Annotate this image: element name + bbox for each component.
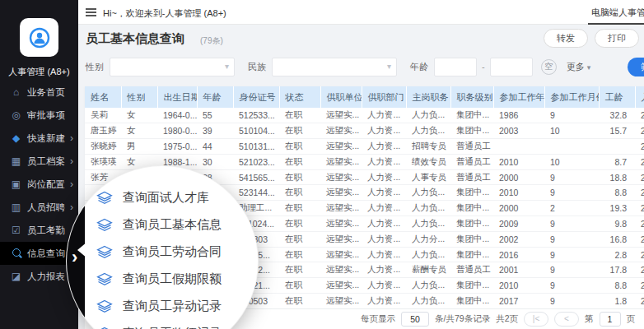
table-cell: 人力资... — [362, 154, 406, 169]
table-row[interactable]: 吴莉女1964-0...55512533...在职远望实...人力资...人力负… — [85, 108, 644, 123]
title-row: 员工基本信息查询 (79条) 转发 打印 — [78, 25, 644, 51]
table-row[interactable]: 唐玉婷女1980-0...39510104...在职远望实...人力资...人力… — [85, 123, 644, 139]
popup-menu-item[interactable]: 查询员工假期限额 — [96, 266, 222, 293]
ethnicity-select[interactable]: ▾ — [272, 58, 397, 76]
table-cell: 2.8 — [599, 247, 635, 262]
sidebar-item-attendance[interactable]: ☑员工考勤 — [0, 219, 78, 242]
prev-page-button[interactable]: < — [554, 312, 579, 327]
filter-submit-button[interactable]: 筛选 — [628, 58, 644, 76]
title-actions: 转发 打印 — [544, 29, 639, 48]
table-cell: 人力资... — [362, 123, 406, 139]
sidebar: 人事管理 (A8+) ⌂业务首页◎审批事项◆快速新建›▦员工档案›▣岗位配置›▥… — [0, 0, 78, 329]
gender-label: 性别 — [86, 61, 104, 73]
table-cell: 9 — [544, 108, 599, 123]
table-cell: 2 — [635, 216, 644, 232]
sidebar-item-home[interactable]: ⌂业务首页 — [0, 81, 78, 104]
table-cell: 人力资... — [362, 169, 406, 185]
column-header: 参加工作年度 — [493, 86, 544, 108]
popup-item-label: 查询员工劳动合同 — [123, 244, 222, 260]
table-cell: 人力资... — [362, 216, 406, 232]
table-cell: 2003 — [493, 123, 544, 139]
table-cell: 44 — [197, 139, 233, 155]
sidebar-item-position-config[interactable]: ▣岗位配置› — [0, 173, 78, 196]
chevron-right-icon: › — [70, 178, 73, 190]
table-cell: 18.8 — [599, 169, 635, 185]
table-cell: 吴莉 — [85, 108, 121, 123]
layers-icon — [96, 326, 113, 329]
hr-report-icon: ◪ — [10, 271, 22, 282]
table-cell: 30 — [197, 154, 233, 169]
total-pages-label: 共2页 — [496, 313, 518, 325]
table-cell: 2017 — [493, 294, 544, 308]
table-cell: 人力资... — [362, 278, 406, 294]
column-header: 工龄 — [599, 86, 635, 108]
empty-filter-toggle[interactable]: 空 — [541, 59, 557, 75]
popup-arrow — [77, 242, 87, 258]
forward-button[interactable]: 转发 — [544, 29, 588, 48]
table-cell: 人力资... — [362, 247, 406, 262]
gender-select[interactable]: ▾ — [110, 58, 235, 76]
records-total-label: 条/共79条记录 — [435, 313, 490, 325]
table-cell: 集团中... — [450, 123, 493, 139]
column-header: 职务级别 — [450, 86, 493, 108]
query-popup-menu: 查询面试人才库查询员工基本信息查询员工劳动合同查询员工假期限额查询员工异动记录查… — [96, 184, 222, 329]
popup-menu-item[interactable]: 查询员工奖惩记录 — [96, 320, 222, 329]
more-filters-button[interactable]: 更多 ▾ — [567, 61, 591, 73]
age-min-input[interactable] — [434, 58, 477, 76]
table-cell: 远望实... — [320, 185, 362, 201]
table-cell: 在职 — [279, 294, 320, 308]
table-cell: 32.8 — [599, 108, 635, 123]
layers-icon — [96, 217, 113, 234]
age-separator: - — [482, 62, 485, 72]
table-cell: 512533... — [233, 108, 279, 123]
table-cell: 9 — [544, 216, 599, 232]
tab-pc-hr[interactable]: 电脑端人事管 — [588, 0, 644, 25]
chevron-down-icon: ▾ — [587, 63, 591, 72]
hamburger-menu-icon[interactable] — [86, 8, 96, 18]
table-cell: 2 — [635, 185, 644, 201]
column-header: 年龄 — [197, 86, 233, 108]
table-cell: 9 — [544, 247, 599, 262]
table-cell: 15.7 — [599, 123, 635, 139]
user-logo-icon — [27, 25, 52, 50]
popup-item-label: 查询面试人才库 — [123, 190, 209, 206]
popup-menu-item[interactable]: 查询面试人才库 — [96, 184, 222, 211]
table-row[interactable]: 张晓婷男1975-0...44510131...在职远望实...人力资...招聘… — [85, 139, 644, 155]
sidebar-item-approval-items[interactable]: ◎审批事项 — [0, 104, 78, 127]
table-cell: 2 — [635, 108, 644, 123]
table-cell: 人力负... — [406, 294, 450, 308]
popup-menu-item[interactable]: 查询员工劳动合同 — [96, 239, 222, 266]
table-cell: 1986 — [493, 108, 544, 123]
popup-menu-item[interactable]: 查询员工异动记录 — [96, 293, 222, 320]
attendance-icon: ☑ — [10, 225, 22, 236]
table-cell: 远望实... — [320, 262, 362, 278]
table-cell: 人力资... — [362, 231, 406, 247]
current-page-input[interactable] — [600, 312, 621, 327]
per-page-input[interactable] — [401, 312, 429, 327]
table-cell: 招聘专员 — [406, 139, 450, 155]
position-config-icon: ▣ — [10, 178, 22, 190]
table-cell: 在职 — [279, 201, 320, 216]
table-cell: 9 — [544, 185, 599, 201]
sidebar-item-recruitment[interactable]: ▥人员招聘› — [0, 196, 78, 219]
table-cell: 2 — [635, 294, 644, 308]
sidebar-item-label: 岗位配置 — [27, 178, 65, 191]
table-cell: 人力资... — [362, 139, 406, 155]
table-cell: 普通员工 — [450, 154, 493, 169]
table-cell: 2000 — [493, 169, 544, 185]
table-cell: 523144... — [233, 185, 279, 201]
table-cell: 集团中... — [450, 294, 493, 308]
table-cell: 541565... — [233, 169, 279, 185]
age-max-input[interactable] — [490, 58, 533, 76]
popup-menu-item[interactable]: 查询员工基本信息 — [96, 211, 222, 239]
column-header: 性别 — [121, 86, 157, 108]
table-cell: 在职 — [279, 262, 320, 278]
table-cell: 在职 — [279, 108, 320, 123]
first-page-button[interactable]: |< — [524, 312, 548, 327]
print-button[interactable]: 打印 — [595, 29, 639, 48]
table-cell: 远望实... — [320, 108, 362, 123]
sidebar-item-quick-create[interactable]: ◆快速新建› — [0, 127, 78, 150]
table-cell: 9 — [544, 278, 599, 294]
table-cell: 远望实... — [320, 169, 362, 185]
sidebar-item-employee-archive[interactable]: ▦员工档案› — [0, 150, 78, 173]
